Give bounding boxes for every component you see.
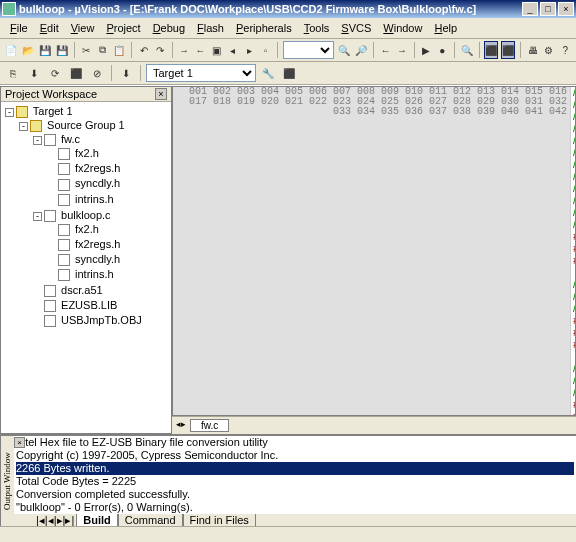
workspace-title: Project Workspace	[5, 88, 97, 100]
output-toggle-button[interactable]: ⬛	[501, 41, 515, 59]
indent-button[interactable]: →	[177, 41, 190, 59]
close-button[interactable]: ×	[558, 2, 574, 16]
nav-back-button[interactable]: ←	[379, 41, 392, 59]
paste-button[interactable]: 📋	[112, 41, 126, 59]
bookmark-prev-button[interactable]: ◂	[226, 41, 239, 59]
output-window: Output Window × Intel Hex file to EZ-USB…	[0, 434, 576, 526]
file-tab[interactable]: fw.c	[190, 419, 229, 432]
outdent-button[interactable]: ←	[194, 41, 207, 59]
stop-build-button[interactable]: ⊘	[88, 64, 106, 82]
nav-forward-button[interactable]: →	[395, 41, 408, 59]
status-bar	[0, 526, 576, 542]
maximize-button[interactable]: □	[540, 2, 556, 16]
bookmark-next-button[interactable]: ▸	[243, 41, 256, 59]
menu-peripherals[interactable]: Peripherals	[230, 20, 298, 36]
window-title: bulkloop - µVision3 - [E:\Frank DOC\Work…	[19, 3, 522, 15]
build-all-button[interactable]: ⬛	[67, 64, 85, 82]
translate-button[interactable]: ⎘	[4, 64, 22, 82]
download-button[interactable]: ⬇	[117, 64, 135, 82]
output-line: 2266 Bytes written.	[16, 462, 574, 475]
menu-flash[interactable]: Flash	[191, 20, 230, 36]
output-line: Copyright (c) 1997-2005, Cypress Semicon…	[16, 449, 574, 462]
menu-debug[interactable]: Debug	[147, 20, 191, 36]
menu-window[interactable]: Window	[377, 20, 428, 36]
toolbar-build: ⎘ ⬇ ⟳ ⬛ ⊘ ⬇ Target 1 🔧 ⬛	[0, 62, 576, 85]
app-icon	[2, 2, 16, 16]
save-all-button[interactable]: 💾	[55, 41, 69, 59]
print-button[interactable]: 🖶	[526, 41, 539, 59]
bookmark-clear-button[interactable]: ▫	[259, 41, 272, 59]
code-content[interactable]: //--------------------------------------…	[571, 87, 575, 415]
output-side-label: Output Window	[0, 436, 14, 526]
project-workspace: Project Workspace × - Target 1- Source G…	[0, 86, 172, 434]
breakpoint-button[interactable]: ●	[436, 41, 449, 59]
window-titlebar: bulkloop - µVision3 - [E:\Frank DOC\Work…	[0, 0, 576, 18]
menu-file[interactable]: File	[4, 20, 34, 36]
menu-tools[interactable]: Tools	[298, 20, 336, 36]
copy-button[interactable]: ⧉	[96, 41, 109, 59]
undo-button[interactable]: ↶	[137, 41, 150, 59]
output-tab-build[interactable]: Build	[76, 514, 118, 526]
target-select[interactable]: Target 1	[146, 64, 256, 82]
build-button[interactable]: ⬇	[25, 64, 43, 82]
cut-button[interactable]: ✂	[80, 41, 93, 59]
zoom-button[interactable]: 🔍	[460, 41, 474, 59]
line-gutter: 001 002 003 004 005 006 007 008 009 010 …	[173, 87, 571, 415]
menu-project[interactable]: Project	[100, 20, 146, 36]
options-button[interactable]: ⚙	[542, 41, 555, 59]
output-line: Intel Hex file to EZ-USB Binary file con…	[16, 436, 574, 449]
find-button[interactable]: 🔍	[337, 41, 351, 59]
find-in-files-button[interactable]: 🔎	[354, 41, 368, 59]
code-editor[interactable]: 001 002 003 004 005 006 007 008 009 010 …	[172, 86, 576, 416]
menu-svcs[interactable]: SVCS	[335, 20, 377, 36]
output-tab-nav[interactable]: |◂|◂|▸|▸|	[34, 514, 76, 526]
output-tab-command[interactable]: Command	[118, 514, 183, 526]
file-extensions-button[interactable]: ⬛	[280, 64, 298, 82]
redo-button[interactable]: ↷	[153, 41, 166, 59]
debug-button[interactable]: ▶	[419, 41, 432, 59]
workspace-toggle-button[interactable]: ⬛	[484, 41, 498, 59]
output-line: "bulkloop" - 0 Error(s), 0 Warning(s).	[16, 501, 574, 514]
output-line: Total Code Bytes = 2225	[16, 475, 574, 488]
save-button[interactable]: 💾	[38, 41, 52, 59]
output-close-button[interactable]: ×	[14, 437, 25, 448]
output-tabs: |◂|◂|▸|▸| Build Command Find in Files	[14, 514, 576, 526]
rebuild-button[interactable]: ⟳	[46, 64, 64, 82]
menu-view[interactable]: View	[65, 20, 101, 36]
new-file-button[interactable]: 📄	[4, 41, 18, 59]
workspace-close-button[interactable]: ×	[155, 88, 167, 100]
find-combo[interactable]	[283, 41, 334, 59]
minimize-button[interactable]: _	[522, 2, 538, 16]
menu-bar: FileEditViewProjectDebugFlashPeripherals…	[0, 18, 576, 39]
bookmark-button[interactable]: ▣	[210, 41, 223, 59]
editor-tabs: ◂▸ fw.c	[172, 416, 576, 434]
menu-edit[interactable]: Edit	[34, 20, 65, 36]
output-line: Conversion completed successfully.	[16, 488, 574, 501]
open-file-button[interactable]: 📂	[21, 41, 35, 59]
menu-help[interactable]: Help	[428, 20, 463, 36]
help-button[interactable]: ?	[559, 41, 572, 59]
target-options-button[interactable]: 🔧	[259, 64, 277, 82]
project-tree[interactable]: - Target 1- Source Group 1- fw.c fx2.h f…	[1, 102, 171, 433]
output-tab-find[interactable]: Find in Files	[183, 514, 256, 526]
toolbar-main: 📄 📂 💾 💾 ✂ ⧉ 📋 ↶ ↷ → ← ▣ ◂ ▸ ▫ 🔍 🔎 ← → ▶ …	[0, 39, 576, 62]
